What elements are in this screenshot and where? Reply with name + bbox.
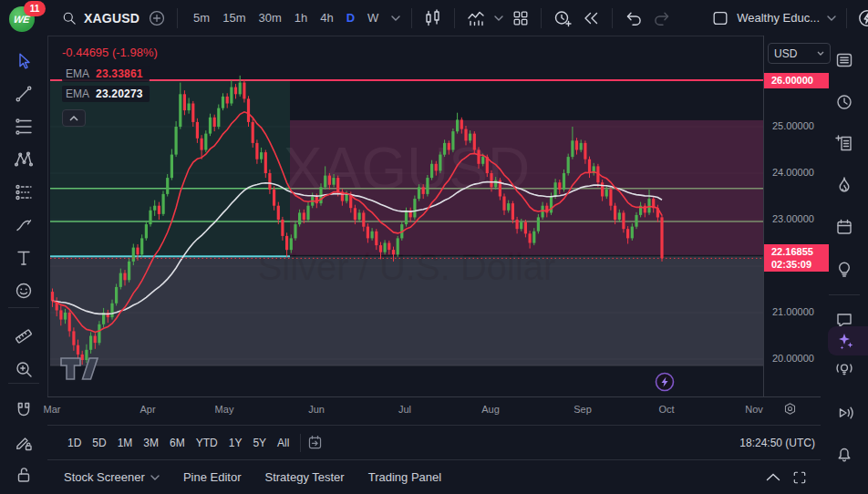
range-YTD[interactable]: YTD: [191, 433, 223, 453]
bar-replay-icon[interactable]: [581, 8, 601, 28]
chevron-down-icon[interactable]: [391, 15, 400, 21]
ruler-icon[interactable]: [0, 321, 47, 352]
month-label-Nov: Nov: [745, 404, 763, 415]
compare-add-icon[interactable]: [148, 9, 166, 27]
indicators-icon[interactable]: [466, 8, 486, 28]
ema-slow-legend[interactable]: EMA 23.20273: [62, 86, 150, 102]
redo-icon[interactable]: [652, 8, 672, 28]
price-tick-26: 26.00000: [764, 73, 829, 88]
panel-stock-screener[interactable]: Stock Screener: [64, 470, 160, 484]
currency-dropdown[interactable]: USD: [768, 43, 831, 64]
text-tool-icon[interactable]: [0, 242, 47, 273]
chart-region: XAGUSDSilver / U.S. Dollar -0.44695 (-1.…: [47, 36, 821, 494]
trend-line-icon[interactable]: [0, 78, 47, 109]
separator: [541, 8, 542, 28]
range-1M[interactable]: 1M: [112, 433, 139, 453]
timeframe-30m[interactable]: 30m: [253, 8, 285, 27]
chevron-down-icon: [817, 51, 824, 56]
panel-trading-panel[interactable]: Trading Panel: [368, 470, 441, 484]
range-5Y[interactable]: 5Y: [247, 433, 272, 453]
alerts-clock-icon[interactable]: [821, 86, 868, 118]
chart-legend: -0.44695 (-1.98%) EMA 23.33861 EMA 23.20…: [62, 46, 158, 106]
price-tick-25: 25.00000: [772, 120, 814, 131]
collapse-panel-icon[interactable]: [766, 473, 780, 481]
alert-plus-icon[interactable]: [553, 8, 573, 28]
separator: [612, 8, 613, 28]
separator: [177, 8, 178, 28]
chevron-down-icon: [150, 475, 160, 480]
timeframe-1h[interactable]: 1h: [290, 8, 312, 27]
bottom-panel-bar: Stock ScreenerPine EditorStrategy Tester…: [47, 459, 821, 494]
emoji-icon[interactable]: [0, 275, 47, 306]
save-layout-icon[interactable]: [711, 9, 729, 27]
xabcd-pattern-icon[interactable]: [0, 144, 47, 175]
timeframe-row: 5m15m30m1h4hDW: [189, 8, 383, 27]
notifications-bell-icon[interactable]: [821, 437, 868, 469]
notification-count-badge[interactable]: 11: [24, 1, 46, 16]
symbol-search[interactable]: XAGUSD: [61, 10, 140, 26]
timeframe-4h[interactable]: 4h: [315, 8, 337, 27]
session-clock[interactable]: 18:24:50 (UTC): [739, 437, 815, 449]
chevron-down-icon[interactable]: [827, 15, 836, 21]
tradingview-app: WE 11 XAGUSD 5m15m30m1h4hDW: [0, 0, 868, 494]
price-tick-24: 24.00000: [772, 167, 814, 178]
drawing-lock-icon[interactable]: [0, 427, 47, 458]
range-All[interactable]: All: [272, 433, 294, 453]
month-label-Mar: Mar: [44, 404, 61, 415]
current-price-value: 22.16855: [771, 245, 829, 258]
price-tick-23: 23.00000: [772, 213, 814, 224]
separator: [454, 8, 455, 28]
cursor-icon[interactable]: [0, 46, 47, 77]
chevron-down-icon[interactable]: [494, 15, 503, 21]
chevron-up-icon: [69, 116, 78, 121]
price-change: -0.44695 (-1.98%): [62, 46, 158, 59]
magnet-icon[interactable]: [0, 395, 47, 426]
timeframe-D[interactable]: D: [342, 8, 359, 27]
streams-play-icon[interactable]: [821, 396, 868, 429]
symbol-name: XAGUSD: [84, 11, 140, 26]
ema-fast-legend[interactable]: EMA 23.33861: [62, 66, 150, 82]
brush-icon[interactable]: [0, 210, 47, 241]
zoom-in-icon[interactable]: [0, 354, 47, 385]
timeframe-W[interactable]: W: [363, 8, 383, 27]
calendar-icon[interactable]: [821, 211, 868, 243]
go-to-date-icon[interactable]: [306, 434, 324, 451]
app-logo[interactable]: WE 11: [9, 4, 40, 33]
fib-retracement-icon[interactable]: [0, 111, 47, 142]
forecast-icon[interactable]: [0, 177, 47, 208]
axis-settings-gear-icon[interactable]: [782, 401, 798, 417]
range-1Y[interactable]: 1Y: [223, 433, 248, 453]
undo-icon[interactable]: [624, 8, 644, 28]
timeframe-15m[interactable]: 15m: [218, 8, 250, 27]
drawing-toolbar: [0, 36, 48, 494]
timeframe-5m[interactable]: 5m: [189, 8, 214, 27]
range-3M[interactable]: 3M: [138, 433, 164, 453]
fullscreen-icon[interactable]: [791, 469, 808, 486]
hotlists-flame-icon[interactable]: [821, 169, 868, 201]
layout-name[interactable]: Wealthy Educ...: [737, 11, 820, 25]
date-range-row: 1D5D1M3M6MYTD1Y5YAll18:24:50 (UTC): [47, 425, 821, 459]
separator: [411, 8, 412, 28]
panel-pine-editor[interactable]: Pine Editor: [183, 470, 242, 484]
quick-actions-flash-icon[interactable]: [857, 8, 868, 28]
separator: [846, 8, 847, 28]
range-6M[interactable]: 6M: [164, 433, 191, 453]
chart-style-candles-icon[interactable]: [423, 8, 443, 28]
tradingview-logo: [61, 358, 98, 379]
live-ideas-bulb-icon[interactable]: [821, 352, 868, 385]
time-axis[interactable]: MarAprMayJunJulAugSepOctNov: [47, 396, 821, 426]
reaction-badge: [656, 374, 674, 391]
legend-collapse-button[interactable]: [62, 109, 86, 127]
month-label-May: May: [215, 404, 234, 415]
top-toolbar: WE 11 XAGUSD 5m15m30m1h4hDW: [0, 0, 868, 36]
sidebar-divider: [829, 294, 860, 295]
price-axis[interactable]: USD 26.0000025.0000024.0000023.0000021.0…: [763, 36, 822, 396]
chart-canvas[interactable]: XAGUSDSilver / U.S. Dollar -0.44695 (-1.…: [50, 36, 763, 396]
layout-grid-icon[interactable]: [512, 9, 530, 27]
range-1D[interactable]: 1D: [62, 433, 87, 453]
notes-add-icon[interactable]: [821, 127, 868, 160]
range-5D[interactable]: 5D: [87, 433, 111, 453]
panel-strategy-tester[interactable]: Strategy Tester: [264, 470, 344, 484]
lock-all-icon[interactable]: [0, 459, 47, 490]
toolbar-divider: [8, 307, 39, 308]
